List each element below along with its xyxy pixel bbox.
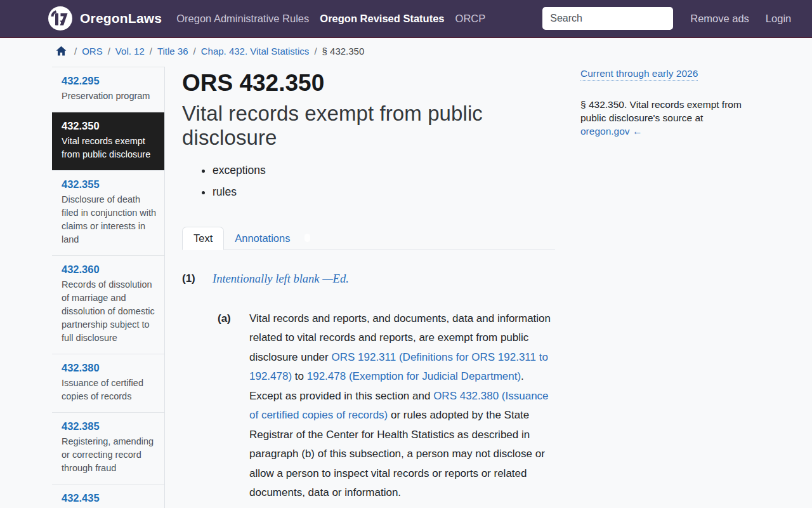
keyword-bullet: exceptions [213,164,555,177]
tab-annotations[interactable]: Annotations [224,227,301,250]
sidebar-statute-number: 432.295 [62,75,159,87]
breadcrumb-separator: / [74,46,77,57]
currency-link[interactable]: Current through early 2026 [580,68,698,81]
external-arrow-icon: ← [632,126,643,137]
main-content: ORS 432.350 Vital records exempt from pu… [182,70,555,508]
sidebar-statute-item[interactable]: 432.295 Preservation program [52,67,164,112]
remove-ads-link[interactable]: Remove ads [690,13,749,25]
sidebar-statute-number: 432.385 [62,420,159,432]
sidebar-statute-title: Issuance of certified copies of records [62,377,159,403]
keyword-list: exceptions rules [182,164,555,199]
tab-bar: Text Annotations [182,227,555,250]
sidebar-statute-item[interactable]: 432.355 Disclosure of death filed in con… [52,170,164,255]
sidebar-statute-title: Preservation program [62,90,159,103]
brand-wordmark[interactable]: OregonLaws [80,11,162,26]
breadcrumb-link[interactable]: Vol. 12 [115,46,145,57]
source-note: § 432.350. Vital records exempt from pub… [580,98,750,138]
editor-note: Intentionally left blank —Ed. [213,269,349,288]
right-sidebar: Current through early 2026 § 432.350. Vi… [580,68,750,138]
sidebar-statute-number: 432.360 [62,264,159,276]
top-navbar: OregonLaws Oregon Administrative Rules O… [0,0,812,38]
nav-oregon-revised-statutes[interactable]: Oregon Revised Statutes [320,13,444,25]
oregon-gov-link[interactable]: oregon.gov [580,126,630,137]
statute-subtitle: Vital records exempt from public disclos… [182,102,555,150]
sidebar-statute-title: Registering, amending or correcting reco… [62,435,159,475]
breadcrumb-link[interactable]: Title 36 [157,46,188,57]
nav-orcp[interactable]: ORCP [455,13,486,25]
breadcrumb-link[interactable]: ORS [82,46,103,57]
login-link[interactable]: Login [766,13,791,25]
sidebar-statute-item[interactable]: 432.380 Issuance of certified copies of … [52,354,164,412]
sidebar-statute-number: 432.380 [62,362,159,374]
sidebar-statute-item[interactable]: 432.435 Fees [52,484,164,508]
breadcrumb-separator: / [193,46,196,57]
statute-text-segment: to [292,370,307,382]
sidebar-statute-title: Vital records exempt from public disclos… [62,135,159,161]
sidebar-statute-number: 432.355 [62,178,159,190]
paragraph-a-text: Vital records and reports, and documents… [249,309,553,503]
paragraph-a-label: (a) [218,309,249,503]
statute-sidebar: 432.295 Preservation program 432.350 Vit… [52,67,165,508]
annotations-badge [304,234,310,242]
tab-text[interactable]: Text [182,227,224,250]
sidebar-statute-number: 432.350 [62,120,159,132]
sidebar-statute-title: Disclosure of death filed in conjunction… [62,193,159,246]
page-title: ORS 432.350 [182,70,555,97]
breadcrumb-link[interactable]: Chap. 432. Vital Statistics [201,46,310,57]
breadcrumb-current: § 432.350 [322,46,365,57]
breadcrumb-separator: / [108,46,110,57]
search-input[interactable] [542,7,673,30]
page: OregonLaws Oregon Administrative Rules O… [0,0,812,508]
statute-text-segment: or rules adopted by the State Registrar … [249,409,545,498]
sidebar-statute-item[interactable]: 432.360 Records of dissolution of marria… [52,255,164,354]
sidebar-statute-item[interactable]: 432.350 Vital records exempt from public… [52,112,164,170]
home-icon[interactable] [56,46,67,57]
keyword-bullet: rules [213,185,555,199]
breadcrumb: / ORS / Vol. 12 / Title 36 / Chap. 432. … [56,46,364,57]
breadcrumb-links: / ORS / Vol. 12 / Title 36 / Chap. 432. … [69,46,309,57]
sidebar-statute-title: Records of dissolution of marriage and d… [62,278,159,345]
source-note-text: § 432.350. Vital records exempt from pub… [580,99,742,123]
sidebar-statute-item[interactable]: 432.385 Registering, amending or correct… [52,412,164,484]
statute-text-panel: (1) Intentionally left blank —Ed. (a) Vi… [182,269,555,508]
sidebar-statute-number: 432.435 [62,492,159,504]
breadcrumb-separator: / [150,46,152,57]
primary-nav: Oregon Administrative Rules Oregon Revis… [162,13,485,25]
breadcrumb-separator: / [314,46,317,57]
oregonlaws-logo-icon[interactable] [48,6,73,31]
statute-cross-reference-link[interactable]: 192.478 (Exemption for Judicial Departme… [307,370,521,382]
subsection-1-label: (1) [182,269,213,288]
nav-oregon-administrative-rules[interactable]: Oregon Administrative Rules [176,13,309,25]
